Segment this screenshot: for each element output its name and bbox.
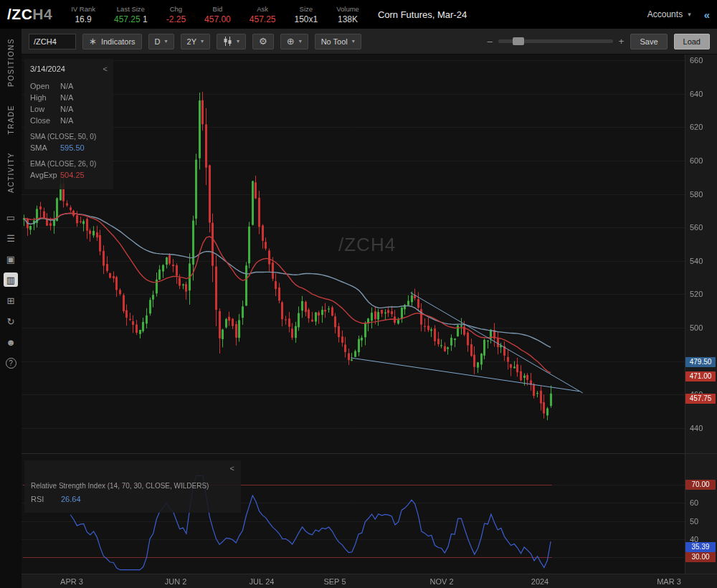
- accounts-dropdown[interactable]: Accounts▾: [643, 6, 695, 22]
- stat-value: 16.9: [75, 14, 91, 24]
- zoom-control: – +: [488, 36, 625, 47]
- stat-value: 457.25: [250, 14, 276, 24]
- chart-toolbar: ∗Indicators D▾ 2Y▾ ▾ ⚙ ⊕▾ No Tool▾ – + S…: [22, 29, 717, 54]
- chevron-down-icon: ▾: [237, 38, 239, 44]
- rsi-value: 26.64: [61, 495, 81, 503]
- zoom-in-button[interactable]: +: [619, 36, 625, 47]
- sma-value: 595.50: [60, 143, 85, 152]
- row-label: High: [30, 93, 60, 102]
- stat-value: 457.00: [204, 14, 231, 24]
- stat-ask: Ask 457.25: [250, 5, 276, 24]
- range-value: 2Y: [187, 37, 196, 46]
- symbol-root: /ZC: [7, 6, 32, 22]
- row-label: RSI: [31, 495, 61, 503]
- rsi-study-title: Relative Strength Index (14, 70, 30, CLO…: [31, 482, 234, 490]
- timeframe-dropdown[interactable]: D▾: [148, 34, 174, 49]
- sidebar-tab-trade[interactable]: TRADE: [7, 105, 15, 134]
- crosshair-icon: ⊕: [287, 37, 295, 46]
- symbol-title: /ZCH4: [7, 6, 52, 23]
- zoom-out-button[interactable]: –: [488, 36, 493, 47]
- row-label: Low: [30, 105, 60, 113]
- last-size: 1: [143, 14, 148, 24]
- row-value: N/A: [60, 82, 73, 90]
- range-dropdown[interactable]: 2Y▾: [181, 34, 210, 49]
- chart-area[interactable]: /ZCH4 3/14/2024< OpenN/A HighN/A LowN/A …: [22, 54, 717, 588]
- stat-size: Size 150x1: [294, 5, 318, 24]
- ohlc-study-panel: 3/14/2024< OpenN/A HighN/A LowN/A CloseN…: [24, 59, 113, 189]
- chart-settings-button[interactable]: ⚙: [252, 34, 274, 49]
- users-icon[interactable]: ☻: [4, 335, 18, 349]
- symbol-suffix: H4: [32, 6, 52, 22]
- stat-value: -2.25: [166, 14, 186, 24]
- sma-study-title: SMA (CLOSE, 50, 0): [30, 133, 108, 141]
- row-value: N/A: [60, 93, 73, 102]
- rsi-collapse-button[interactable]: <: [230, 464, 234, 473]
- stat-label: Ask: [257, 5, 268, 13]
- top-bar: /ZCH4 IV Rank 16.9 Last Size 457.25 1 Ch…: [0, 0, 717, 29]
- studies-icon: ∗: [89, 37, 97, 46]
- badge-rsi-ob: 70.00: [685, 480, 716, 490]
- instrument-description: Corn Futures, Mar-24: [378, 9, 467, 20]
- package-icon[interactable]: ▣: [4, 252, 18, 266]
- monitor-icon[interactable]: ▭: [4, 210, 18, 224]
- chart-style-dropdown[interactable]: ▾: [217, 34, 246, 49]
- left-sidebar: POSITIONS TRADE ACTIVITY ▭ ☰ ▣ ▥ ⊞ ↻ ☻ ?: [0, 29, 22, 588]
- chevron-down-icon: ▾: [688, 11, 691, 18]
- row-value: N/A: [60, 116, 73, 125]
- sidebar-tab-positions[interactable]: POSITIONS: [7, 38, 15, 87]
- collapse-panel-icon[interactable]: «: [704, 9, 710, 21]
- ema-value-row: AvgExp504.25: [30, 171, 108, 179]
- chevron-down-icon: ▾: [201, 38, 204, 44]
- candlestick-icon: [223, 37, 232, 46]
- indicators-button[interactable]: ∗Indicators: [82, 34, 142, 49]
- row-label: Open: [30, 82, 60, 90]
- row-label: AvgExp: [30, 171, 60, 179]
- crosshair-date: 3/14/2024: [30, 65, 65, 73]
- ohlc-row-low: LowN/A: [30, 105, 108, 113]
- row-label: SMA: [30, 143, 60, 152]
- badge-last: 457.75: [685, 394, 716, 404]
- rsi-study-panel: < Relative Strength Index (14, 70, 30, C…: [24, 460, 241, 513]
- load-button[interactable]: Load: [674, 34, 710, 49]
- accounts-label: Accounts: [647, 9, 683, 19]
- stat-label: Bid: [213, 5, 223, 13]
- ema-study-title: EMA (CLOSE, 26, 0): [30, 160, 108, 168]
- save-button[interactable]: Save: [630, 34, 667, 49]
- timeframe-value: D: [155, 37, 161, 46]
- ohlc-row-high: HighN/A: [30, 93, 108, 102]
- symbol-input[interactable]: [29, 34, 76, 49]
- row-label: Close: [30, 116, 60, 125]
- stat-bid: Bid 457.00: [204, 5, 231, 24]
- chevron-down-icon: ▾: [352, 38, 355, 44]
- stat-last-size: Last Size 457.25 1: [114, 5, 148, 24]
- chevron-down-icon: ▾: [299, 38, 302, 44]
- sidebar-tab-activity[interactable]: ACTIVITY: [7, 152, 15, 193]
- chevron-down-icon: ▾: [165, 38, 168, 44]
- last-price: 457.25: [114, 14, 141, 24]
- watchlist-icon[interactable]: ☰: [4, 231, 18, 245]
- drawing-tool-value: No Tool: [321, 37, 348, 46]
- panel-collapse-button[interactable]: <: [103, 65, 108, 73]
- help-glyph: ?: [6, 358, 16, 369]
- grid-icon[interactable]: ⊞: [4, 293, 18, 308]
- stat-value: 138K: [338, 14, 358, 24]
- chart-icon[interactable]: ▥: [4, 272, 18, 287]
- stat-volume: Volume 138K: [336, 5, 359, 24]
- help-icon[interactable]: ?: [4, 356, 18, 370]
- zoom-slider-handle[interactable]: [513, 37, 524, 45]
- stat-chg: Chg -2.25: [166, 5, 186, 24]
- stat-label: Chg: [170, 5, 182, 13]
- ohlc-row-close: CloseN/A: [30, 116, 108, 125]
- drawing-tool-dropdown[interactable]: No Tool▾: [315, 34, 361, 49]
- stat-label: Volume: [336, 5, 359, 13]
- crosshair-dropdown[interactable]: ⊕▾: [280, 34, 308, 49]
- badge-ema: 471.00: [685, 371, 716, 381]
- zoom-slider-track[interactable]: [498, 39, 613, 43]
- stat-value: 457.25 1: [114, 14, 148, 24]
- badge-sma: 479.50: [685, 357, 716, 367]
- gear-icon: ⚙: [259, 37, 267, 46]
- history-icon[interactable]: ↻: [4, 314, 18, 328]
- stat-label: Last Size: [117, 5, 145, 13]
- row-value: N/A: [60, 105, 73, 113]
- sma-value-row: SMA595.50: [30, 143, 108, 152]
